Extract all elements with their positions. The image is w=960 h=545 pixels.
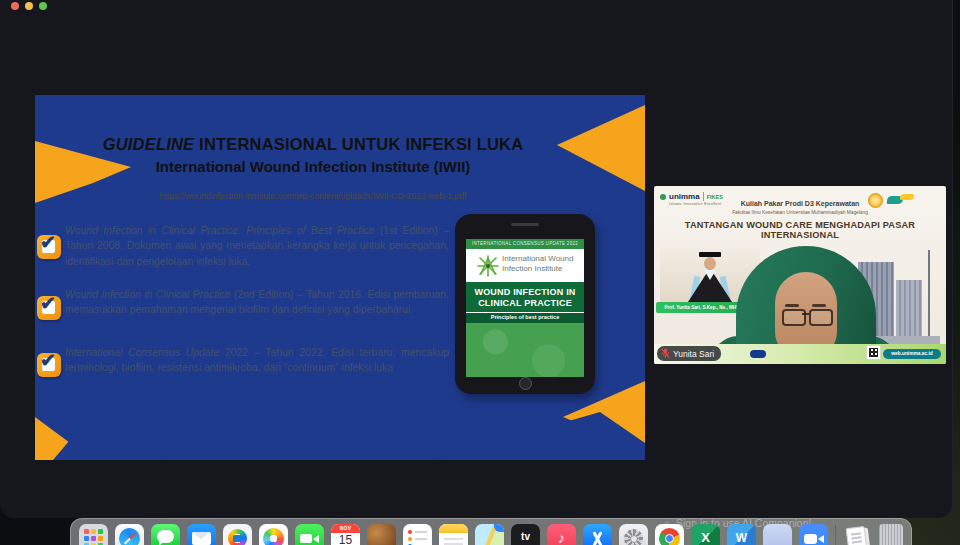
portrait-face xyxy=(704,257,716,270)
glasses-icon xyxy=(809,309,833,326)
zoom-meeting-window: GUIDELINE INTERNASIONAL UNTUK INFEKSI LU… xyxy=(0,0,953,518)
dock-icon-downloads[interactable] xyxy=(843,524,872,545)
dock: NOV 15 tv ♪ X W xyxy=(70,518,912,545)
minimize-icon[interactable] xyxy=(25,2,33,10)
glasses-icon xyxy=(782,309,806,326)
qr-code-icon xyxy=(866,345,881,360)
dock-icon-notes[interactable] xyxy=(439,524,468,545)
calendar-month: NOV xyxy=(331,524,360,533)
dock-icon-excel[interactable]: X xyxy=(691,524,720,545)
tablet-home-button xyxy=(519,377,532,390)
dock-icon-music[interactable]: ♪ xyxy=(547,524,576,545)
desktop: GUIDELINE INTERNASIONAL UNTUK INFEKSI LU… xyxy=(0,0,960,545)
dock-icon-zoom[interactable] xyxy=(799,524,828,545)
bullet-2: Wound Infection in Clinical Practice (2n… xyxy=(65,287,449,318)
mortarboard-hat xyxy=(699,252,721,257)
dock-icon-reminders[interactable] xyxy=(403,524,432,545)
dock-icon-photo-booth[interactable] xyxy=(223,524,252,545)
slide-title: GUIDELINE INTERNASIONAL UNTUK INFEKSI LU… xyxy=(35,135,591,175)
orange-checkmark-icon: ✔ xyxy=(37,296,61,320)
dock-icon-messages[interactable] xyxy=(151,524,180,545)
slide-url: https://woundinfection-institute.com/wp-… xyxy=(35,191,591,201)
window-controls xyxy=(11,2,47,10)
bullet-1: Wound Infection in Clinical Practice: Pr… xyxy=(65,223,449,269)
slide-title-rest: INTERNASIONAL UNTUK INFEKSI LUKA xyxy=(194,135,523,153)
event-title: TANTANGAN WOUND CARE MENGHADAPI PASAR IN… xyxy=(654,220,946,240)
cover-org-line2: Infection Institute xyxy=(502,264,562,273)
fullscreen-icon[interactable] xyxy=(39,2,47,10)
participant-name: Yunita Sari xyxy=(673,349,714,359)
slide-subtitle: International Wound Infection Institute … xyxy=(35,158,591,175)
cover-body xyxy=(466,323,584,377)
shared-screen-slide: GUIDELINE INTERNASIONAL UNTUK INFEKSI LU… xyxy=(35,95,645,460)
bullet-3-title: International Consensus Update xyxy=(65,347,219,358)
speaker-video-tile: unimma FIKES Islamic Innovative Excellen… xyxy=(654,186,946,364)
muted-mic-icon xyxy=(661,348,670,359)
dock-icon-apple-tv[interactable]: tv xyxy=(511,524,540,545)
starburst-icon xyxy=(476,254,500,278)
footer-badge-icon xyxy=(750,350,766,358)
calendar-day: 15 xyxy=(331,533,360,545)
tablet-image: INTERNATIONAL CONSENSUS UPDATE 2022 Inte… xyxy=(455,214,595,394)
dock-icon-app-store[interactable] xyxy=(583,524,612,545)
tablet-speaker xyxy=(511,223,539,226)
slide-title-em: GUIDELINE xyxy=(103,135,195,153)
website-pill: web.unimma.ac.id xyxy=(883,349,941,359)
orange-checkmark-icon: ✔ xyxy=(37,353,61,377)
dock-icon-facetime[interactable] xyxy=(295,524,324,545)
fikes-logo-text: FIKES xyxy=(707,194,723,200)
dock-icon-chrome[interactable] xyxy=(655,524,684,545)
dock-icon-word[interactable]: W xyxy=(727,524,756,545)
event-subheader: Fakultas Ilmu Kesehatan Universitas Muha… xyxy=(654,210,946,215)
dock-divider xyxy=(835,525,836,545)
cover-subtitle: Principles of best practice xyxy=(466,312,584,323)
bullet-3: International Consensus Update 2022 – Ta… xyxy=(65,345,449,376)
unimma-logo-icon xyxy=(660,194,666,200)
dock-icon-photos[interactable] xyxy=(259,524,288,545)
cover-title: WOUND INFECTION INCLINICAL PRACTICE xyxy=(466,282,584,312)
cover-top-strip: INTERNATIONAL CONSENSUS UPDATE 2022 xyxy=(466,239,584,249)
cover-org-line1: International Wound xyxy=(502,254,573,263)
bullet-1-title: Wound Infection in Clinical Practice: Pr… xyxy=(65,225,374,236)
event-header: Kuliah Pakar Prodi D3 Keperawatan xyxy=(654,200,946,207)
dock-icon-trash[interactable] xyxy=(879,524,903,545)
orange-checkmark-icon: ✔ xyxy=(37,235,61,259)
dock-icon-launchpad[interactable] xyxy=(79,524,108,545)
dock-icon-calendar[interactable]: NOV 15 xyxy=(331,524,360,545)
dock-icon-system-settings[interactable] xyxy=(619,524,648,545)
dock-icon-mail[interactable] xyxy=(187,524,216,545)
dock-icon-light-blue-app[interactable] xyxy=(763,524,792,545)
bullet-2-title: Wound Infection in Clinical Practice xyxy=(65,289,230,300)
dock-icon-maps[interactable] xyxy=(475,524,504,545)
participant-name-tag: Yunita Sari xyxy=(657,346,721,361)
dock-icon-garageband[interactable] xyxy=(367,524,396,545)
book-cover: INTERNATIONAL CONSENSUS UPDATE 2022 Inte… xyxy=(466,239,584,377)
cover-logo-band: International Wound Infection Institute xyxy=(466,249,584,282)
dock-icon-safari[interactable] xyxy=(115,524,144,545)
close-icon[interactable] xyxy=(11,2,19,10)
